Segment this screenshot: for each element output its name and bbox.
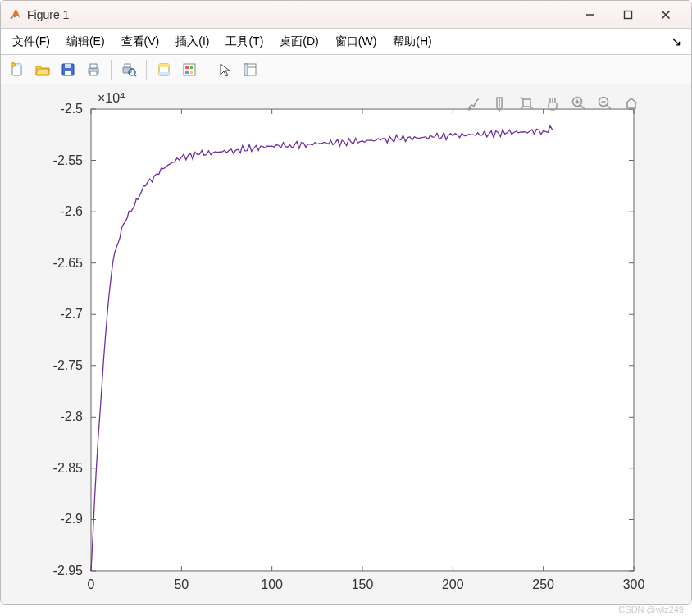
- brush-icon[interactable]: [463, 93, 485, 114]
- axes-toolbar: [463, 93, 642, 114]
- cursor-button[interactable]: [213, 58, 236, 81]
- maximize-button[interactable]: [609, 2, 647, 27]
- menu-insert[interactable]: 插入(I): [169, 32, 216, 52]
- inspector-button[interactable]: [239, 58, 262, 81]
- y-tick-label: -2.9: [60, 512, 83, 526]
- zoom-out-icon[interactable]: [594, 93, 616, 114]
- y-tick-label: -2.8: [60, 409, 83, 423]
- y-tick-label: -2.55: [53, 153, 84, 167]
- x-tick-label: 250: [532, 577, 554, 591]
- svg-rect-8: [65, 64, 71, 68]
- svg-point-6: [11, 62, 16, 66]
- svg-line-31: [530, 107, 533, 109]
- window-title: Figure 1: [27, 8, 69, 21]
- pan-icon[interactable]: [542, 93, 563, 114]
- x-tick-label: 0: [88, 577, 95, 591]
- y-exponent-label: ×10⁴: [98, 91, 125, 105]
- svg-rect-18: [159, 64, 169, 67]
- y-tick-label: -2.6: [60, 204, 83, 218]
- rotate-3d-icon[interactable]: [516, 93, 537, 114]
- y-tick-label: -2.5: [60, 102, 83, 116]
- watermark: CSDN @wlz249: [618, 605, 684, 614]
- y-tick-label: -2.75: [53, 358, 84, 372]
- x-tick-label: 50: [174, 577, 189, 591]
- svg-line-16: [134, 75, 136, 76]
- menubar: 文件(F) 编辑(E) 查看(V) 插入(I) 工具(T) 桌面(D) 窗口(W…: [1, 29, 691, 55]
- svg-rect-23: [185, 71, 189, 74]
- y-tick-label: -2.7: [60, 307, 83, 321]
- home-icon[interactable]: [621, 93, 642, 114]
- toolbar: [1, 55, 691, 84]
- line-chart[interactable]: 050100150200250300-2.95-2.9-2.85-2.8-2.7…: [1, 84, 691, 604]
- svg-rect-12: [90, 71, 97, 75]
- minimize-button[interactable]: [571, 2, 609, 27]
- zoom-in-icon[interactable]: [568, 93, 590, 114]
- menu-edit[interactable]: 编辑(E): [60, 32, 112, 52]
- svg-rect-9: [65, 71, 71, 75]
- titlebar: Figure 1: [1, 1, 691, 29]
- menu-desktop[interactable]: 桌面(D): [273, 32, 325, 52]
- axes-container: 050100150200250300-2.95-2.9-2.85-2.8-2.7…: [1, 84, 691, 604]
- menu-tools[interactable]: 工具(T): [219, 32, 270, 52]
- svg-line-32: [521, 97, 523, 99]
- close-button[interactable]: [647, 2, 685, 27]
- link-button[interactable]: [153, 58, 175, 81]
- svg-rect-1: [625, 11, 632, 18]
- svg-line-30: [521, 107, 523, 109]
- svg-line-38: [607, 105, 611, 109]
- menu-window[interactable]: 窗口(W): [329, 32, 384, 52]
- svg-rect-27: [244, 64, 248, 75]
- svg-line-34: [580, 105, 585, 109]
- axes-box: [91, 109, 634, 571]
- svg-rect-14: [125, 64, 130, 67]
- print-preview-button[interactable]: [117, 58, 140, 81]
- menu-help[interactable]: 帮助(H): [386, 32, 438, 52]
- datatip-icon[interactable]: [489, 93, 511, 114]
- x-tick-label: 200: [442, 577, 464, 591]
- y-tick-label: -2.85: [53, 461, 84, 475]
- svg-rect-24: [190, 71, 193, 74]
- x-tick-label: 150: [352, 577, 374, 591]
- x-tick-label: 300: [623, 577, 645, 591]
- new-file-button[interactable]: [6, 58, 29, 81]
- menu-file[interactable]: 文件(F): [6, 32, 57, 52]
- y-tick-label: -2.65: [53, 256, 84, 270]
- svg-rect-11: [90, 64, 97, 68]
- matlab-logo-icon: [7, 7, 22, 22]
- svg-rect-22: [190, 66, 193, 69]
- svg-rect-19: [159, 72, 169, 75]
- y-tick-label: -2.95: [53, 564, 84, 577]
- save-button[interactable]: [57, 58, 80, 81]
- open-button[interactable]: [31, 58, 54, 81]
- figure-window: Figure 1 文件(F) 编辑(E) 查看(V) 插入(I) 工具(T) 桌…: [0, 0, 692, 605]
- menu-dropdown-arrow-icon[interactable]: ↘: [666, 34, 686, 49]
- svg-rect-21: [185, 66, 189, 69]
- x-tick-label: 100: [261, 577, 283, 591]
- colorbar-button[interactable]: [178, 58, 201, 81]
- print-button[interactable]: [82, 58, 105, 81]
- menu-view[interactable]: 查看(V): [115, 32, 166, 52]
- svg-rect-29: [523, 99, 530, 107]
